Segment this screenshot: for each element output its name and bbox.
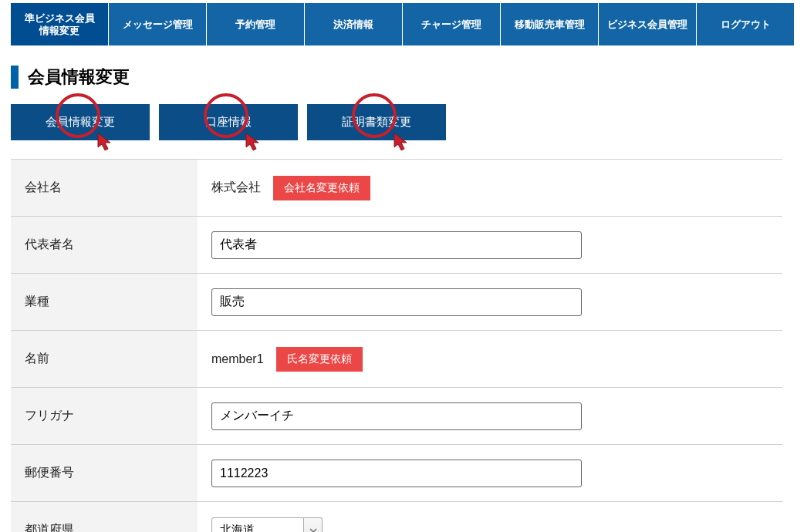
form-row-furigana: フリガナ [11,387,782,444]
nav-item-logout[interactable]: ログアウト [697,3,795,45]
form-label: 名前 [11,331,198,387]
company-name-change-request-button[interactable]: 会社名変更依頼 [273,176,370,200]
nav-item-payment-info[interactable]: 決済情報 [305,3,403,45]
form-value-cell [198,217,782,273]
representative-name-input[interactable] [211,231,582,259]
member-info-form: 会社名 株式会社 会社名変更依頼 代表者名 業種 名前 member1 氏名変更… [11,159,782,532]
prefecture-select[interactable]: 北海道 [211,517,323,532]
top-navigation: 準ビジネス会員 情報変更 メッセージ管理 予約管理 決済情報 チャージ管理 移動… [0,0,804,45]
form-row-representative: 代表者名 [11,216,782,273]
member-name-text: member1 [211,352,264,366]
annotation-cursor-icon [244,132,264,157]
form-value-cell [198,445,782,501]
nav-item-member-info[interactable]: 準ビジネス会員 情報変更 [11,3,109,45]
form-value-cell [198,274,782,330]
form-label: フリガナ [11,388,198,444]
tab-member-info[interactable]: 会員情報変更 [11,104,150,140]
postal-code-input[interactable] [211,460,582,487]
company-name-text: 株式会社 [211,180,261,196]
form-row-name: 名前 member1 氏名変更依頼 [11,330,782,387]
page-title: 会員情報変更 [28,66,130,89]
form-label: 会社名 [11,160,198,216]
form-row-company: 会社名 株式会社 会社名変更依頼 [11,159,782,216]
form-value-cell: member1 氏名変更依頼 [198,331,782,387]
annotation-cursor-icon [392,132,412,157]
tab-label: 証明書類変更 [342,115,411,128]
tab-document-change[interactable]: 証明書類変更 [307,104,446,140]
form-row-prefecture: 都道府県 北海道 [11,501,782,532]
form-label: 都道府県 [11,502,198,532]
nav-item-vehicle-mgmt[interactable]: 移動販売車管理 [501,3,599,45]
industry-input[interactable] [211,288,582,316]
furigana-input[interactable] [211,402,582,430]
prefecture-select-value: 北海道 [211,517,304,532]
title-accent-bar [11,66,19,89]
form-label: 郵便番号 [11,445,198,501]
form-row-postal: 郵便番号 [11,444,782,501]
tab-account-info[interactable]: 口座情報 [159,104,298,140]
name-change-request-button[interactable]: 氏名変更依頼 [276,347,363,372]
nav-item-charge-mgmt[interactable]: チャージ管理 [403,3,501,45]
nav-item-message-mgmt[interactable]: メッセージ管理 [109,3,207,45]
nav-item-business-member-mgmt[interactable]: ビジネス会員管理 [599,3,697,45]
tab-label: 会員情報変更 [46,115,115,128]
nav-item-reservation-mgmt[interactable]: 予約管理 [207,3,305,45]
form-row-industry: 業種 [11,273,782,330]
form-value-cell: 株式会社 会社名変更依頼 [198,160,782,216]
form-value-cell: 北海道 [198,502,782,532]
form-label: 業種 [11,274,198,330]
annotation-cursor-icon [96,132,116,157]
form-value-cell [198,388,782,444]
page-title-bar: 会員情報変更 [11,66,804,89]
form-label: 代表者名 [11,217,198,273]
sub-tabs: 会員情報変更 口座情報 証明書類変更 [11,104,804,140]
chevron-down-icon [304,517,323,532]
tab-label: 口座情報 [205,115,252,128]
